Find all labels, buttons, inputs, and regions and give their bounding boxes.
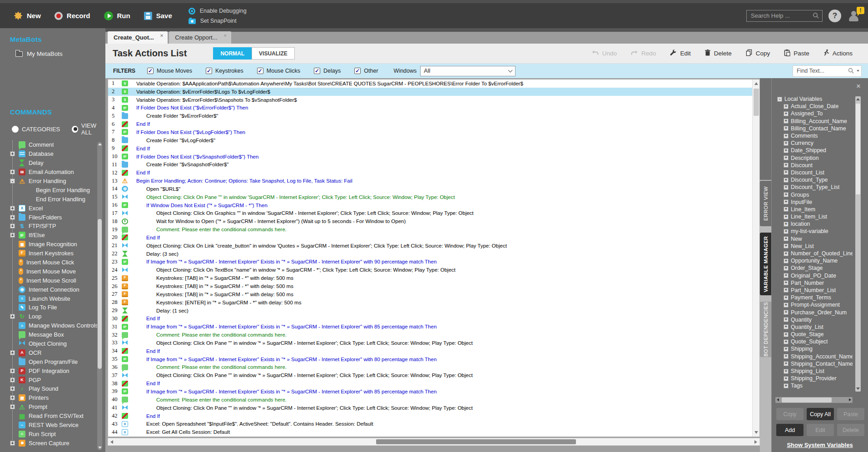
sidebar-command-delay[interactable]: Delay: [0, 159, 105, 168]
sidebar-command-play-sound[interactable]: +♪Play Sound: [0, 384, 105, 393]
variable-item[interactable]: +Currency: [777, 139, 853, 147]
action-row-37[interactable]: 37Object Cloning: Click On Pane "" in wi…: [108, 371, 759, 379]
action-row-29[interactable]: 29Delay: (1 sec): [108, 307, 759, 315]
scroll-down-icon[interactable]: [98, 447, 102, 449]
sidebar-scrollbar[interactable]: [97, 142, 102, 450]
tab-create-quot-[interactable]: Create_Quot...×: [108, 31, 168, 44]
tree-expander-icon[interactable]: +: [10, 386, 15, 391]
tree-expander-icon[interactable]: +: [784, 229, 789, 234]
tree-expander-icon[interactable]: +: [784, 266, 789, 271]
copy-all-variable-button[interactable]: Copy All: [807, 408, 834, 420]
action-row-35[interactable]: 35IFIf Image from "* » SugarCRM - Intern…: [108, 355, 759, 363]
action-row-7[interactable]: 7IFIf Folder Does Not Exist ("$vLogFolde…: [108, 128, 759, 136]
search-icon[interactable]: [813, 12, 819, 21]
variable-item[interactable]: +Opportunity_Name: [777, 257, 853, 264]
categories-radio[interactable]: CATEGORIES: [12, 122, 60, 136]
filter-checkbox-delays[interactable]: ✓Delays: [314, 68, 341, 74]
variable-item[interactable]: +InputFile: [777, 199, 853, 206]
variable-item[interactable]: +Groups: [777, 191, 853, 198]
tree-expander-icon[interactable]: +: [784, 104, 789, 109]
variable-item[interactable]: +Discount_Type_List: [777, 184, 853, 191]
sidebar-command-insert-mouse-move[interactable]: Insert Mouse Move: [0, 267, 105, 276]
sidebar-command-log-to-file[interactable]: ✎Log To File: [0, 303, 105, 312]
sidebar-command-prompt[interactable]: +⚠Prompt: [0, 402, 105, 412]
action-row-44[interactable]: 44XExcel: Get All Cells Session: Default: [108, 428, 759, 436]
copy-button[interactable]: Copy: [745, 49, 770, 58]
variable-item[interactable]: +Prompt-Assignment: [777, 301, 853, 308]
variables-vertical-scrollbar[interactable]: [855, 96, 861, 392]
tree-expander-icon[interactable]: +: [784, 258, 789, 263]
scrollbar-thumb[interactable]: [856, 104, 860, 194]
variable-item[interactable]: +Original_PO_Date: [777, 272, 853, 279]
action-row-8[interactable]: 8Create Folder "$vLogFolder$": [108, 136, 759, 144]
variable-item[interactable]: +Shipping_Account_Name: [777, 353, 853, 360]
sidebar-command-database[interactable]: +Database: [0, 149, 105, 159]
action-row-43[interactable]: 43XExcel: Open Spreadsheet "$InputFile$"…: [108, 420, 759, 428]
tree-expander-icon[interactable]: +: [784, 155, 789, 160]
action-row-22[interactable]: 22Delay: (3 sec): [108, 250, 759, 258]
tree-expander-icon[interactable]: +: [784, 207, 789, 212]
tree-expander-icon[interactable]: +: [784, 141, 789, 146]
variable-item[interactable]: +Shipping: [777, 345, 853, 353]
action-row-15[interactable]: 15Object Cloning: Click On Pane "" in wi…: [108, 193, 759, 201]
action-row-10[interactable]: 10IFIf Folder Does Not Exist ("$vSnapsho…: [108, 153, 759, 161]
tree-expander-icon[interactable]: +: [784, 170, 789, 175]
run-button[interactable]: Run: [104, 11, 130, 20]
search-help-input[interactable]: [746, 10, 823, 22]
action-row-19[interactable]: 19Comment: Please enter the conditional …: [108, 225, 759, 233]
sidebar-command-email-automation[interactable]: +✉Email Automation: [0, 168, 105, 177]
tree-expander-icon[interactable]: +: [784, 243, 789, 248]
tree-expander-icon[interactable]: +: [784, 185, 789, 190]
action-row-18[interactable]: 18Wait for Window to Open ("* » SugarCRM…: [108, 217, 759, 225]
variable-item[interactable]: +Tags: [777, 382, 853, 389]
tree-expander-icon[interactable]: +: [784, 383, 789, 388]
tree-expander-icon[interactable]: +: [784, 214, 789, 219]
sidebar-command-files-folders[interactable]: +Files/Folders: [0, 213, 105, 222]
tree-expander-icon[interactable]: +: [784, 236, 789, 241]
action-row-5[interactable]: 5Create Folder "$vErrorFolder$": [108, 112, 759, 120]
scroll-up-icon[interactable]: [856, 98, 860, 100]
variable-item[interactable]: +Part_Number_List: [777, 287, 853, 294]
variable-item[interactable]: +Shipping_Contact_Name: [777, 360, 853, 368]
action-row-30[interactable]: 30End If: [108, 314, 759, 323]
variable-item[interactable]: +Date_Shipped: [777, 147, 853, 154]
action-row-2[interactable]: 2$Variable Operation: $vErrorFolder$\Log…: [108, 88, 759, 96]
variables-root[interactable]: -Local Variables: [777, 95, 853, 103]
sidebar-command-read-from-csv-text[interactable]: ▦Read From CSV/Text: [0, 412, 105, 421]
new-button[interactable]: New: [14, 11, 41, 20]
tree-collapse-icon[interactable]: -: [777, 97, 782, 102]
tree-expander-icon[interactable]: +: [784, 222, 789, 227]
sidebar-command-printers[interactable]: +▤Printers: [0, 393, 105, 402]
sidebar-command-ocr[interactable]: +AOCR: [0, 348, 105, 357]
tree-expander-icon[interactable]: +: [784, 251, 789, 256]
paste-button[interactable]: Paste: [784, 49, 809, 58]
sidebar-command-error-handling[interactable]: -⚠Error Handling: [0, 177, 105, 186]
variable-item[interactable]: +Discount_Type: [777, 176, 853, 184]
tree-expander-icon[interactable]: +: [10, 314, 15, 319]
tree-expander-icon[interactable]: -: [10, 179, 15, 184]
sidebar-command-end-error-handling[interactable]: End Error Handling: [0, 194, 105, 204]
sidebar-command-insert-mouse-click[interactable]: Insert Mouse Click: [0, 258, 105, 267]
sidebar-command-run-script[interactable]: ≡Run Script: [0, 430, 105, 439]
variable-item[interactable]: +Line_Item: [777, 206, 853, 213]
tree-expander-icon[interactable]: +: [784, 295, 789, 300]
tree-expander-icon[interactable]: +: [784, 339, 789, 344]
sidebar-command-begin-error-handling[interactable]: Begin Error Handling: [0, 185, 105, 194]
tree-expander-icon[interactable]: +: [10, 224, 15, 228]
action-row-41[interactable]: 41Object Cloning: Click On Pane "" in wi…: [108, 404, 759, 412]
help-button[interactable]: ?: [828, 10, 841, 22]
sidebar-command-rest-web-service[interactable]: ~REST Web Service: [0, 421, 105, 430]
sidebar-command-pdf-integration[interactable]: +PPDF Integration: [0, 366, 105, 375]
tree-expander-icon[interactable]: +: [10, 151, 15, 156]
variable-item[interactable]: +Quote_Stage: [777, 331, 853, 338]
action-row-38[interactable]: 38End If: [108, 379, 759, 387]
action-row-11[interactable]: 11Create Folder "$vSnapshotFolder$": [108, 160, 759, 169]
action-list-horizontal-scrollbar[interactable]: [108, 438, 760, 446]
tree-expander-icon[interactable]: +: [784, 126, 789, 131]
scrollbar-thumb[interactable]: [754, 89, 759, 116]
sidebar-command-image-recognition[interactable]: ▣Image Recognition: [0, 240, 105, 249]
sidebar-command-insert-keystrokes[interactable]: FInsert Keystrokes: [0, 249, 105, 258]
variable-item[interactable]: +Purchase_Order_Num: [777, 308, 853, 316]
tree-expander-icon[interactable]: +: [784, 361, 789, 366]
view-all-radio[interactable]: VIEW ALL: [72, 122, 105, 136]
